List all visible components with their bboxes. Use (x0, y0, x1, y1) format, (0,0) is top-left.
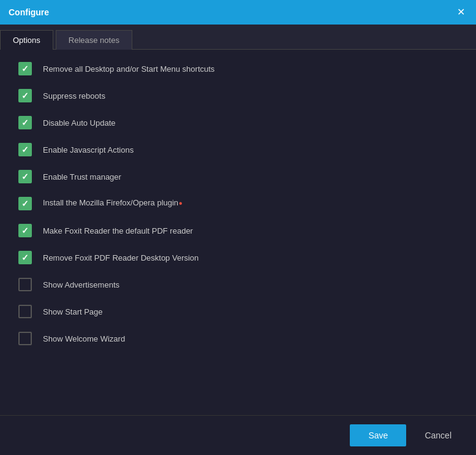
option-row-make-default-pdf-reader: Make Foxit Reader the default PDF reader (18, 224, 458, 237)
configure-dialog: Configure ✕ Options Release notes Remove… (0, 0, 476, 455)
option-row-install-mozilla-plugin: Install the Mozilla Firefox/Opera plugin… (18, 197, 458, 210)
checkbox-disable-auto-update[interactable] (18, 116, 32, 129)
checkbox-show-advertisements[interactable] (18, 278, 32, 291)
options-content: Remove all Desktop and/or Start Menu sho… (0, 50, 476, 415)
option-label-remove-desktop-version: Remove Foxit PDF Reader Desktop Version (43, 253, 198, 262)
option-label-show-welcome-wizard: Show Welcome Wizard (43, 334, 125, 343)
option-row-remove-desktop-version: Remove Foxit PDF Reader Desktop Version (18, 251, 458, 264)
option-label-install-mozilla-plugin: Install the Mozilla Firefox/Opera plugin… (43, 198, 183, 209)
option-label-show-advertisements: Show Advertisements (43, 280, 119, 289)
option-row-suppress-reboots: Suppress reboots (18, 89, 458, 102)
checkbox-remove-desktop-version[interactable] (18, 251, 32, 264)
checkbox-enable-trust-manager[interactable] (18, 170, 32, 183)
option-row-enable-trust-manager: Enable Trust manager (18, 170, 458, 183)
option-row-disable-auto-update: Disable Auto Update (18, 116, 458, 129)
option-label-remove-shortcuts: Remove all Desktop and/or Start Menu sho… (43, 64, 214, 74)
option-label-make-default-pdf-reader: Make Foxit Reader the default PDF reader (43, 226, 193, 235)
option-row-show-start-page: Show Start Page (18, 305, 458, 318)
option-label-disable-auto-update: Disable Auto Update (43, 118, 116, 128)
tab-options[interactable]: Options (0, 30, 53, 50)
option-row-show-welcome-wizard: Show Welcome Wizard (18, 332, 458, 345)
checkbox-remove-shortcuts[interactable] (18, 62, 32, 75)
save-button[interactable]: Save (350, 424, 406, 446)
option-row-enable-javascript-actions: Enable Javascript Actions (18, 143, 458, 156)
dialog-title: Configure (9, 7, 49, 17)
option-row-remove-shortcuts: Remove all Desktop and/or Start Menu sho… (18, 62, 458, 75)
option-label-show-start-page: Show Start Page (43, 307, 103, 316)
title-bar: Configure ✕ (0, 0, 476, 25)
checkbox-suppress-reboots[interactable] (18, 89, 32, 102)
footer: Save Cancel (0, 415, 476, 455)
checkbox-show-start-page[interactable] (18, 305, 32, 318)
close-button[interactable]: ✕ (455, 6, 467, 18)
option-label-suppress-reboots: Suppress reboots (43, 91, 105, 101)
checkbox-make-default-pdf-reader[interactable] (18, 224, 32, 237)
checkbox-enable-javascript-actions[interactable] (18, 143, 32, 156)
option-label-enable-trust-manager: Enable Trust manager (43, 172, 121, 182)
cancel-button[interactable]: Cancel (412, 424, 464, 446)
tab-bar: Options Release notes (0, 25, 476, 50)
tab-release-notes[interactable]: Release notes (56, 30, 132, 50)
option-label-enable-javascript-actions: Enable Javascript Actions (43, 145, 134, 155)
option-row-show-advertisements: Show Advertisements (18, 278, 458, 291)
checkbox-install-mozilla-plugin[interactable] (18, 197, 32, 210)
checkbox-show-welcome-wizard[interactable] (18, 332, 32, 345)
